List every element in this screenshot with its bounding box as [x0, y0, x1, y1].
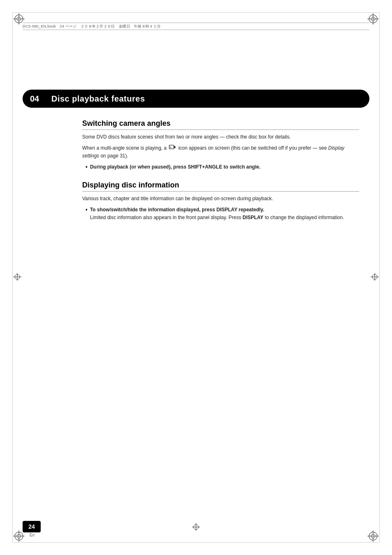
section1-body: Some DVD discs feature scenes shot from …	[82, 133, 359, 171]
content-area: Switching camera angles Some DVD discs f…	[82, 119, 359, 224]
section2-body: Various track, chapter and title informa…	[82, 195, 359, 221]
chapter-header: 04 Disc playback features	[23, 90, 369, 108]
header-strip: DCS-580_EN.book 24 ページ ２０８年２月２９日 金曜日 午後８…	[23, 23, 369, 30]
section2-para1: Various track, chapter and title informa…	[82, 195, 359, 203]
section2-display-bold: DISPLAY	[242, 215, 263, 220]
corner-mark-br	[367, 530, 379, 542]
section2-bullet1-text: To show/switch/hide the information disp…	[90, 206, 344, 221]
section1-bullet1-text: During playback (or when paused), press …	[90, 163, 261, 171]
section1-bullet1: • During playback (or when paused), pres…	[85, 163, 359, 171]
page-lang-label: En	[30, 533, 35, 537]
bullet-dot-2: •	[85, 206, 88, 214]
section1-para2-suffix: icon appears on screen (this can be swit…	[178, 145, 328, 151]
section2-bullet1-bold: To show/switch/hide the information disp…	[90, 207, 264, 213]
section2-bullet1: • To show/switch/hide the information di…	[85, 206, 359, 221]
section2-bullet1-end: to change the displayed information.	[263, 215, 344, 220]
chapter-title: Disc playback features	[51, 94, 145, 104]
section1-para2-end: on page 31).	[99, 153, 128, 159]
chapter-number: 04	[30, 94, 43, 104]
section-switching-camera-angles: Switching camera angles Some DVD discs f…	[82, 119, 359, 171]
section2-bullet1-body: Limited disc information also appears in…	[90, 215, 242, 220]
section-displaying-disc-info: Displaying disc information Various trac…	[82, 181, 359, 221]
svg-text:1: 1	[170, 146, 171, 148]
section1-para2: When a multi-angle scene is playing, a 1…	[82, 144, 359, 160]
bottom-center-mark	[192, 523, 200, 532]
bullet-dot-1: •	[85, 163, 88, 171]
side-mark-right	[371, 273, 379, 282]
header-strip-text: DCS-580_EN.book 24 ページ ２０８年２月２９日 金曜日 午後８…	[23, 24, 161, 29]
page-number-badge: 24	[23, 521, 41, 532]
page-number: 24	[28, 523, 35, 530]
multi-angle-icon: 1	[169, 144, 176, 153]
section1-para1: Some DVD discs feature scenes shot from …	[82, 133, 359, 141]
section1-title: Switching camera angles	[82, 119, 359, 130]
side-mark-left	[13, 273, 21, 282]
section2-title: Displaying disc information	[82, 181, 359, 192]
svg-marker-26	[174, 146, 176, 148]
section1-para2-prefix: When a multi-angle scene is playing, a	[82, 145, 168, 151]
